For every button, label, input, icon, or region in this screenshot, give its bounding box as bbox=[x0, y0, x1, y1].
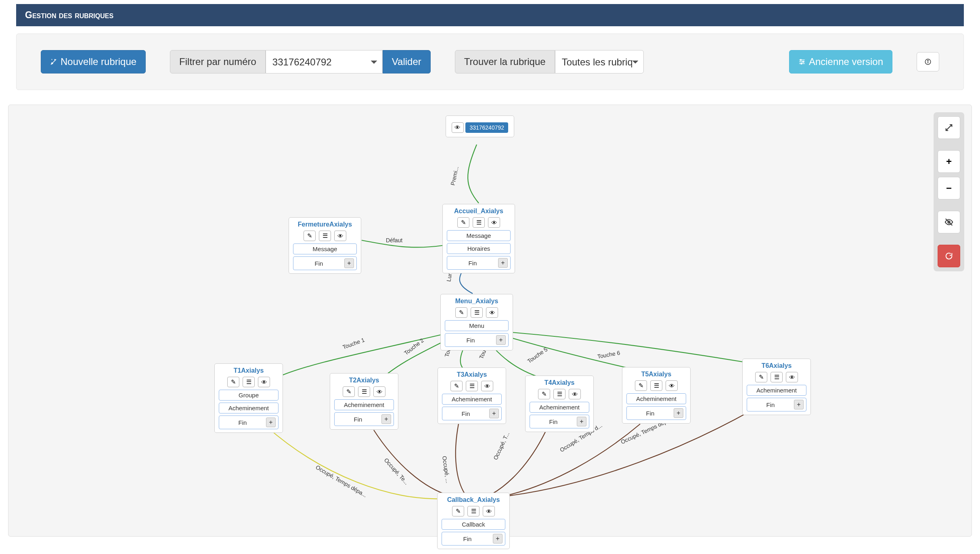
node-title: T4Axialys bbox=[530, 379, 589, 386]
edit-icon[interactable]: ✎ bbox=[455, 307, 467, 318]
add-icon[interactable]: + bbox=[498, 258, 508, 268]
svg-text:Premi...: Premi... bbox=[449, 166, 460, 186]
node-fermeture[interactable]: FermetureAxialys ✎ ☰ 👁 Message Fin+ bbox=[289, 217, 361, 274]
edit-icon[interactable]: ✎ bbox=[755, 372, 767, 382]
list-icon[interactable]: ☰ bbox=[466, 381, 478, 391]
svg-text:Occupé, Temps dépa...: Occupé, Temps dépa... bbox=[315, 464, 368, 499]
list-icon[interactable]: ☰ bbox=[467, 506, 480, 516]
slot-acheminement[interactable]: Acheminement bbox=[334, 399, 394, 410]
slot-fin[interactable]: Fin+ bbox=[530, 415, 589, 428]
add-icon[interactable]: + bbox=[344, 258, 354, 268]
eye-icon[interactable]: 👁 bbox=[481, 381, 493, 391]
list-icon[interactable]: ☰ bbox=[471, 307, 483, 318]
slot-acheminement[interactable]: Acheminement bbox=[219, 403, 279, 413]
add-icon[interactable]: + bbox=[493, 534, 503, 544]
zoom-out-button[interactable]: − bbox=[938, 177, 960, 199]
edit-icon[interactable]: ✎ bbox=[635, 380, 647, 391]
list-icon[interactable]: ☰ bbox=[553, 389, 565, 399]
edit-icon[interactable]: ✎ bbox=[343, 386, 355, 397]
eye-icon[interactable]: 👁 bbox=[258, 377, 270, 387]
info-button[interactable] bbox=[917, 52, 939, 71]
node-callback[interactable]: Callback_Axialys ✎ ☰ 👁 Callback Fin+ bbox=[437, 493, 510, 549]
svg-point-2 bbox=[801, 63, 802, 64]
add-icon[interactable]: + bbox=[266, 418, 276, 427]
node-t3[interactable]: T3Axialys ✎ ☰ 👁 Acheminement Fin+ bbox=[438, 367, 506, 424]
svg-text:Touche 2: Touche 2 bbox=[403, 337, 425, 357]
eye-icon[interactable]: 👁 bbox=[486, 307, 498, 318]
slot-acheminement[interactable]: Acheminement bbox=[530, 402, 589, 413]
flow-canvas[interactable]: Premi... Défaut Lun... Touche 1 Touche 2… bbox=[8, 105, 972, 537]
edit-icon[interactable]: ✎ bbox=[452, 506, 464, 516]
node-t4[interactable]: T4Axialys ✎ ☰ 👁 Acheminement Fin+ bbox=[525, 376, 594, 432]
undo-icon bbox=[944, 252, 953, 260]
node-accueil[interactable]: Accueil_Axialys ✎ ☰ 👁 Message Horaires F… bbox=[442, 204, 515, 273]
visibility-toggle-button[interactable] bbox=[938, 211, 960, 233]
list-icon[interactable]: ☰ bbox=[243, 377, 255, 387]
filter-number-select[interactable]: 33176240792 bbox=[266, 50, 383, 73]
slot-message[interactable]: Message bbox=[293, 243, 357, 254]
old-version-button[interactable]: Ancienne version bbox=[789, 50, 892, 73]
node-menu[interactable]: Menu_Axialys ✎ ☰ 👁 Menu Fin+ bbox=[440, 294, 513, 350]
eye-icon[interactable]: 👁 bbox=[483, 506, 495, 516]
sliders-icon bbox=[798, 58, 806, 65]
slot-fin[interactable]: Fin+ bbox=[334, 412, 394, 426]
slot-fin[interactable]: Fin+ bbox=[445, 333, 509, 347]
add-icon[interactable]: + bbox=[577, 417, 586, 426]
eye-icon[interactable]: 👁 bbox=[334, 231, 346, 241]
slot-groupe[interactable]: Groupe bbox=[219, 390, 279, 401]
add-icon[interactable]: + bbox=[794, 400, 804, 409]
svg-text:Touche 1: Touche 1 bbox=[342, 336, 366, 350]
list-icon[interactable]: ☰ bbox=[771, 372, 783, 382]
add-icon[interactable]: + bbox=[489, 409, 499, 418]
add-icon[interactable]: + bbox=[674, 408, 683, 418]
slot-acheminement[interactable]: Acheminement bbox=[747, 385, 806, 396]
new-rubrique-button[interactable]: Nouvelle rubrique bbox=[41, 50, 146, 73]
edit-icon[interactable]: ✎ bbox=[450, 381, 463, 391]
slot-fin[interactable]: Fin+ bbox=[747, 398, 806, 411]
slot-fin[interactable]: Fin+ bbox=[442, 532, 505, 546]
node-t1[interactable]: T1Axialys ✎ ☰ 👁 Groupe Acheminement Fin+ bbox=[214, 363, 283, 433]
edit-icon[interactable]: ✎ bbox=[227, 377, 239, 387]
eye-icon[interactable]: 👁 bbox=[569, 389, 581, 399]
zoom-in-button[interactable]: + bbox=[938, 150, 960, 173]
slot-menu[interactable]: Menu bbox=[445, 320, 509, 331]
slot-message[interactable]: Message bbox=[447, 230, 511, 241]
fullscreen-button[interactable] bbox=[938, 116, 960, 139]
add-icon[interactable]: + bbox=[496, 335, 506, 345]
list-icon[interactable]: ☰ bbox=[650, 380, 662, 391]
slot-fin[interactable]: Fin+ bbox=[219, 416, 279, 429]
slot-callback[interactable]: Callback bbox=[442, 519, 505, 530]
slot-acheminement[interactable]: Acheminement bbox=[442, 394, 502, 405]
node-title: Accueil_Axialys bbox=[447, 208, 511, 215]
slot-horaires[interactable]: Horaires bbox=[447, 243, 511, 254]
find-group: Trouver la rubrique Toutes les rubriques bbox=[455, 50, 644, 73]
reset-button[interactable] bbox=[938, 245, 960, 267]
slot-fin[interactable]: Fin+ bbox=[447, 256, 511, 270]
slot-fin[interactable]: Fin+ bbox=[626, 406, 686, 420]
edit-icon[interactable]: ✎ bbox=[538, 389, 550, 399]
canvas-tools: + − bbox=[934, 112, 964, 271]
eye-icon[interactable]: 👁 bbox=[666, 380, 678, 391]
slot-fin[interactable]: Fin+ bbox=[442, 407, 502, 420]
node-t6[interactable]: T6Axialys ✎ ☰ 👁 Acheminement Fin+ bbox=[742, 359, 811, 415]
edit-icon[interactable]: ✎ bbox=[457, 217, 469, 228]
validate-button[interactable]: Valider bbox=[383, 50, 431, 73]
edit-icon[interactable]: ✎ bbox=[304, 231, 316, 241]
eye-icon[interactable]: 👁 bbox=[452, 122, 464, 133]
eye-icon[interactable]: 👁 bbox=[373, 386, 385, 397]
wand-icon bbox=[50, 58, 57, 65]
node-t2[interactable]: T2Axialys ✎ ☰ 👁 Acheminement Fin+ bbox=[330, 373, 398, 430]
list-icon[interactable]: ☰ bbox=[473, 217, 485, 228]
node-t5[interactable]: T5Axialys ✎ ☰ 👁 Acheminement Fin+ bbox=[622, 367, 691, 424]
list-icon[interactable]: ☰ bbox=[358, 386, 370, 397]
slot-fin[interactable]: Fin+ bbox=[293, 256, 357, 270]
rubriques-select[interactable]: Toutes les rubriques bbox=[555, 50, 644, 73]
list-icon[interactable]: ☰ bbox=[319, 231, 331, 241]
node-origin[interactable]: 👁 33176240792 bbox=[446, 115, 514, 137]
plus-icon: + bbox=[946, 156, 952, 167]
slot-acheminement[interactable]: Acheminement bbox=[626, 393, 686, 404]
eye-icon[interactable]: 👁 bbox=[786, 372, 798, 382]
filter-group: Filtrer par numéro 33176240792 Valider bbox=[170, 50, 431, 73]
eye-icon[interactable]: 👁 bbox=[488, 217, 500, 228]
add-icon[interactable]: + bbox=[381, 414, 391, 424]
